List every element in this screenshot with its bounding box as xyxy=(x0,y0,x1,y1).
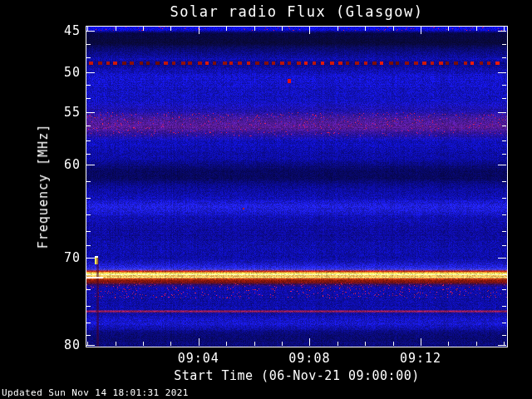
y-tick-label: 55 xyxy=(32,105,81,120)
x-axis-label: Start Time (06-Nov-21 09:00:00) xyxy=(174,368,419,383)
y-tick-label: 45 xyxy=(32,23,81,38)
updated-timestamp: Updated Sun Nov 14 18:01:31 2021 xyxy=(2,387,189,398)
x-tick-label: 09:12 xyxy=(400,351,441,366)
y-tick-label: 50 xyxy=(32,65,81,80)
spectrogram-page: Solar radio Flux (Glasgow) Frequency [MH… xyxy=(0,0,532,399)
x-tick-label: 09:04 xyxy=(178,351,219,366)
y-tick-label: 60 xyxy=(32,157,81,172)
y-tick-label: 70 xyxy=(32,250,81,265)
y-axis-label: Frequency [MHz] xyxy=(36,124,51,249)
x-tick-label: 09:08 xyxy=(288,351,330,366)
y-tick-label: 80 xyxy=(32,337,81,352)
chart-title: Solar radio Flux (Glasgow) xyxy=(170,3,423,20)
